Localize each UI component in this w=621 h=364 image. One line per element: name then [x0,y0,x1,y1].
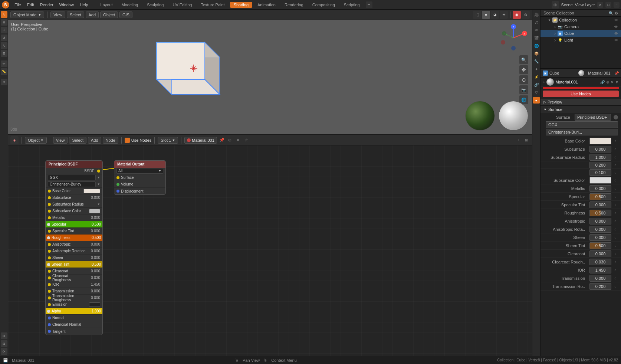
outliner-item-cube[interactable]: ▷ ▣ Cube 👁 [540,30,621,37]
material-copy-icon[interactable]: ⊕ [606,80,609,84]
ls-view3d-icon[interactable]: ⊞ [1,340,7,347]
move-btn[interactable]: ✥ [519,65,528,74]
render-icon[interactable]: ◎ [552,1,559,9]
bsdf-distribution[interactable]: GGX [48,175,96,180]
bsdf-node[interactable]: Principled BSDF BSDF GGX ▼ Christensen-B… [45,160,103,335]
psi-particle-icon[interactable]: ✦ [533,66,540,72]
camera-eye[interactable]: 👁 [614,25,618,29]
base-color-swatch[interactable] [589,138,611,144]
node-object-dropdown[interactable]: Object ▼ [25,137,47,144]
select-btn[interactable]: Select [67,12,84,18]
menu-help[interactable]: Help [77,2,91,8]
psi-scene-icon[interactable]: 🎬 [533,35,540,41]
specular-tint-value[interactable]: 0.000 [589,201,611,208]
bsdf-ior-row[interactable]: IOR 1.450 [46,281,102,288]
bsdf-subrad-row[interactable]: Subsurface Radius ▼ [46,201,102,208]
ls-move-icon[interactable]: ✛ [1,27,7,33]
psi-material-icon[interactable]: ● [533,97,540,104]
psi-view-icon[interactable]: 👁 [533,27,540,33]
node-view-btn[interactable]: View [53,137,68,144]
psi-modifier-icon[interactable]: 🔧 [533,58,540,65]
node-select-btn[interactable]: Select [69,137,86,144]
subsurf-radius2-val[interactable]: 0.200 [589,162,611,168]
roughness-value[interactable]: 0.500 [589,210,611,216]
node-zoom-out[interactable]: − [507,137,513,144]
zoom-out-btn[interactable]: ⊖ [519,75,528,84]
slot-dropdown[interactable]: Slot 1 ▼ [158,137,178,144]
psi-render-icon[interactable]: 🎥 [533,11,540,18]
psi-world-icon[interactable]: 🌐 [533,42,540,49]
anisotropic-value[interactable]: 0.000 [589,218,611,224]
workspace-tab-texture-paint[interactable]: Texture Paint [197,2,228,8]
bsdf-tangent-row[interactable]: Tangent [46,328,102,335]
nav-gizmo[interactable]: Z X [499,23,528,53]
camera-view-btn[interactable]: 📷 [519,85,528,94]
outliner-item-collection[interactable]: ▼ 📁 Collection 👁 [540,17,621,23]
output-volume-row[interactable]: Volume [114,181,165,188]
subsurface-value[interactable]: 0.000 [589,146,611,153]
ls-annotate-icon[interactable]: ✏ [1,60,7,67]
outliner-item-light[interactable]: ▷ 💡 Light 👁 [540,37,621,43]
bsdf-base-color-row[interactable]: Base Color [46,188,102,194]
ls-select-icon[interactable]: ↖ [1,11,7,18]
outliner-item-camera[interactable]: ▷ 📷 Camera 👁 [540,23,621,30]
clearcoat-value[interactable]: 0.000 [589,250,611,257]
transmission-value[interactable]: 0.000 [589,275,611,282]
surface-section-header[interactable]: ▼ Surface [540,106,621,113]
bsdf-emission-swatch[interactable] [89,302,100,307]
subsurf-color-swatch[interactable] [589,177,611,184]
workspace-tab-scripting[interactable]: Scripting [340,2,364,8]
preview-section-header[interactable]: ▷ Preview [540,99,621,106]
overlay-btn[interactable]: ◉ [513,11,521,19]
bsdf-subsurface-row[interactable]: Subsurface 0.000 [46,194,102,201]
bsdf-emission-row[interactable]: Emission [46,301,102,308]
light-eye[interactable]: 👁 [614,38,618,42]
lookdev-icon[interactable]: ◕ [491,11,499,19]
output-node[interactable]: Material Output All ▼ Surface V [114,160,166,195]
3d-viewport[interactable]: User Perspective (1) Collection | Cube Z… [8,20,532,135]
node-material-display[interactable]: Material.001 [184,137,217,144]
use-nodes-button[interactable]: Use Nodes [543,91,619,97]
trans-rough-value[interactable]: 0.200 [589,283,611,290]
material-delete-icon[interactable]: ✕ [611,80,614,84]
material-link-icon[interactable]: 🔗 [600,80,605,84]
psi-object-icon[interactable]: 📦 [533,50,540,57]
wireframe-icon[interactable]: ⬚ [473,11,481,19]
surface-value-dropdown[interactable]: Principled BSDF [575,114,611,121]
top-icon-3[interactable]: − [614,2,620,8]
top-icon-2[interactable]: □ [605,2,611,8]
bsdf-spectint-row[interactable]: Specular Tint 0.000 [46,228,102,235]
material-add-slot[interactable]: + [543,80,545,84]
xray-btn[interactable]: ⊙ [522,11,530,19]
workspace-tab-uv-editing[interactable]: UV Editing [169,2,196,8]
workspace-tab-modeling[interactable]: Modeling [118,2,142,8]
psi-output-icon[interactable]: 🖨 [533,19,540,26]
bsdf-clearnorm-row[interactable]: Clearcoat Normal [46,321,102,328]
bsdf-subcol-swatch[interactable] [89,209,100,213]
add-btn[interactable]: Add [86,12,99,18]
ggx-dropdown[interactable]: GGX [546,121,618,128]
ls-rotate-icon[interactable]: ↺ [1,35,7,41]
gis-btn[interactable]: GIS [119,12,132,18]
object-mode-dropdown[interactable]: Object Mode ▼ [10,12,44,18]
ls-add-icon[interactable]: ⊕ [1,79,7,85]
node-zoom-in[interactable]: + [515,137,522,144]
add-workspace-button[interactable]: + [366,1,372,8]
node-copy-btn[interactable]: ⊕ [227,137,233,144]
zoom-in-btn[interactable]: 🔍 [519,55,528,64]
object-btn[interactable]: Object [100,12,118,18]
material-extra-icon[interactable]: ▼ [615,80,619,84]
menu-file[interactable]: File [12,2,24,8]
workspace-tab-sculpting[interactable]: Sculpting [143,2,167,8]
bsdf-subsurf-method[interactable]: Christensen-Burley [48,181,96,187]
output-all-dropdown[interactable]: All ▼ [116,168,163,174]
output-displacement-row[interactable]: Displacement [114,188,165,194]
workspace-tab-layout[interactable]: Layout [97,2,116,8]
bsdf-normal-row[interactable]: Normal [46,315,102,321]
node-delete-btn[interactable]: ✕ [235,137,242,144]
bsdf-base-color-swatch[interactable] [83,189,100,193]
ior-value[interactable]: 1.450 [589,267,611,273]
bsdf-metallic-row[interactable]: Metallic 0.000 [46,214,102,221]
bsdf-sheen-row[interactable]: Sheen 0.000 [46,255,102,261]
cube-eye[interactable]: 👁 [614,32,618,36]
